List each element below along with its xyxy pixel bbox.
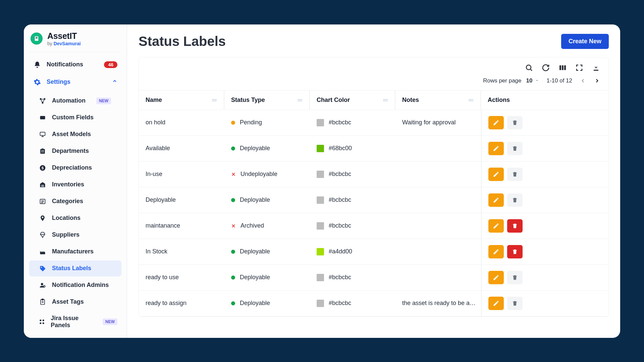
svg-point-17 [42,237,43,238]
rows-per-page-select[interactable]: 10 [526,77,539,84]
sub-permissions[interactable]: Permissions [29,334,121,338]
svg-point-24 [43,319,44,321]
delete-button[interactable] [507,271,523,284]
color-value: #68bc00 [329,145,352,152]
col-chart-color[interactable]: Chart Color [310,90,395,110]
svg-rect-32 [564,65,566,70]
svg-rect-11 [43,151,44,152]
delete-button[interactable] [507,219,523,233]
col-status-type[interactable]: Status Type [224,90,310,110]
edit-button[interactable] [488,219,504,233]
fullscreen-icon[interactable] [575,63,584,72]
sub-asset-models[interactable]: Asset Models [29,126,121,142]
monitor-icon [39,130,47,138]
svg-rect-30 [559,65,561,70]
nav-settings[interactable]: Settings [29,74,121,90]
color-value: #a4dd00 [329,248,352,255]
col-actions: Actions [481,90,608,110]
cell-status-type: Archived [224,213,310,239]
color-swatch [317,171,324,178]
sub-notification-admins[interactable]: Notification Admins [29,277,121,293]
delete-button[interactable] [507,245,523,258]
cell-name: ready to assign [139,291,224,316]
next-page-button[interactable] [594,77,600,84]
sub-automation[interactable]: Automation NEW [29,93,121,109]
drag-handle-icon[interactable] [468,97,474,104]
edit-button[interactable] [488,245,504,258]
color-value: #bcbcbc [329,222,351,229]
col-name[interactable]: Name [139,90,224,110]
sub-suppliers[interactable]: Suppliers [29,227,121,243]
color-value: #bcbcbc [329,171,351,178]
cell-chart-color: #bcbcbc [310,187,395,213]
status-dot-icon [231,198,235,202]
delete-button[interactable] [507,168,523,181]
status-x-icon [231,224,236,228]
brand-by-link[interactable]: DevSamurai [54,41,81,46]
columns-icon[interactable] [558,63,567,72]
drag-handle-icon[interactable] [383,97,388,104]
edit-button[interactable] [488,142,504,155]
sub-asset-tags[interactable]: Asset Tags [29,294,121,310]
edit-button[interactable] [488,116,504,129]
pagination-range: 1-10 of 12 [546,77,572,84]
sub-depreciations[interactable]: $ Depreciations [29,160,121,176]
main-content: Status Labels Create New Rows per page 1… [127,24,620,338]
status-type-label: Deployable [240,274,270,281]
svg-rect-31 [562,65,564,70]
create-new-button[interactable]: Create New [561,34,609,49]
sub-status-labels-label: Status Labels [52,265,91,272]
edit-button[interactable] [488,297,504,310]
logo-icon [34,36,40,42]
cell-notes [395,162,481,187]
delete-button[interactable] [507,297,523,310]
app-window: AssetIT by DevSamurai Notifications 46 S [24,24,620,338]
refresh-icon[interactable] [541,63,550,72]
color-swatch [317,119,324,126]
sub-categories[interactable]: Categories [29,193,121,209]
cell-notes [395,136,481,161]
status-type-label: Pending [240,119,262,126]
svg-rect-2 [36,38,38,39]
table-body: on holdPending#bcbcbcWaiting for approva… [139,110,608,316]
status-type-label: Deployable [240,248,270,255]
sub-jira-panels-label: Jira Issue Panels [51,315,92,329]
sub-jira-panels[interactable]: Jira Issue Panels NEW [29,311,121,333]
delete-button[interactable] [507,193,523,207]
nav-notifications-label: Notifications [47,61,83,68]
color-swatch [317,248,324,255]
sub-custom-fields[interactable]: Custom Fields [29,110,121,126]
status-dot-icon [231,250,235,254]
sub-locations[interactable]: Locations [29,210,121,226]
color-swatch [317,274,324,281]
col-notes[interactable]: Notes [395,90,481,110]
svg-rect-14 [41,185,44,185]
rows-per-page-label: Rows per page [483,77,521,84]
status-dot-icon [231,301,235,305]
sub-manufacturers[interactable]: Manufacturers [29,244,121,260]
cell-actions [481,110,608,135]
sub-categories-label: Categories [52,198,83,205]
edit-button[interactable] [488,193,504,207]
edit-button[interactable] [488,168,504,181]
drag-handle-icon[interactable] [212,97,217,104]
brand-subtitle: by DevSamurai [47,41,81,46]
drag-handle-icon[interactable] [297,97,303,104]
table-row: DeployableDeployable#bcbcbc [139,187,608,213]
download-icon[interactable] [592,63,600,72]
brand-text: AssetIT by DevSamurai [47,31,81,46]
cell-notes [395,187,481,213]
search-icon[interactable] [525,63,533,72]
sub-inventories[interactable]: Inventories [29,177,121,193]
prev-page-button[interactable] [580,77,586,84]
edit-button[interactable] [488,271,504,284]
cell-notes [395,265,481,290]
cell-chart-color: #bcbcbc [310,162,395,187]
cell-name: In Stock [139,239,224,264]
sub-departments[interactable]: Departments [29,143,121,159]
nav-notifications[interactable]: Notifications 46 [29,57,121,73]
parachute-icon [39,231,47,239]
sub-status-labels[interactable]: Status Labels [29,260,121,277]
delete-button[interactable] [507,116,523,129]
delete-button[interactable] [507,142,523,155]
